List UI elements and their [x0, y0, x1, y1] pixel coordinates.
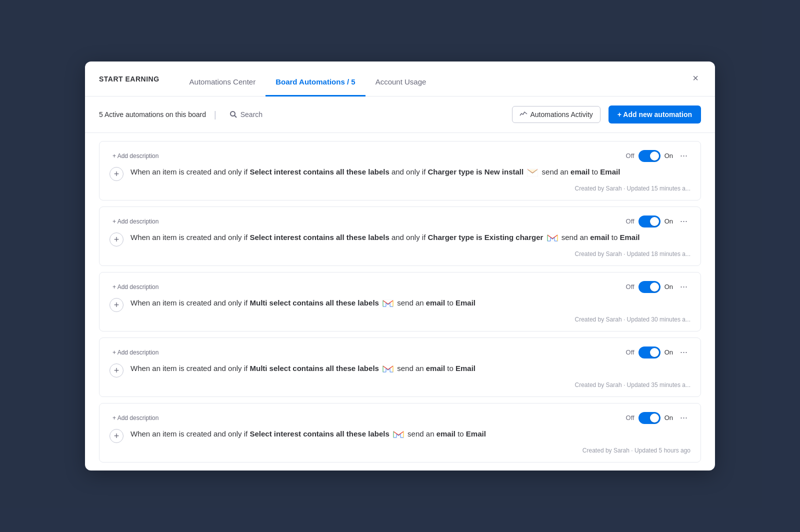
automation-card: + Add description Off On ··· + When [99, 338, 701, 397]
more-options-button[interactable]: ··· [677, 215, 690, 228]
toggle-switch[interactable] [638, 281, 660, 293]
card-body: + When an item is created and only if Se… [110, 166, 690, 181]
card-body: + When an item is created and only if Mu… [110, 297, 690, 312]
automation-card: + Add description Off On ··· + When [99, 206, 701, 266]
toggle-slider [638, 216, 660, 228]
expand-button[interactable]: + [110, 232, 124, 246]
gmail-icon [382, 365, 394, 373]
more-options-button[interactable]: ··· [677, 150, 690, 162]
automation-text: When an item is created and only if Sele… [130, 166, 690, 178]
automation-card: + Add description Off On ··· + When [99, 403, 701, 462]
toggle-off-label: Off [626, 283, 634, 290]
modal-header: START EARNING Automations Center Board A… [85, 62, 715, 96]
more-options-button[interactable]: ··· [677, 280, 690, 293]
toggle-slider [638, 346, 660, 358]
card-controls: Off On ··· [626, 215, 690, 228]
expand-button[interactable]: + [110, 429, 124, 443]
automation-card: + Add description Off On ··· + When [99, 141, 701, 200]
card-controls: Off On ··· [626, 346, 690, 358]
gmail-icon [547, 234, 558, 242]
automation-text: When an item is created and only if Mult… [130, 297, 690, 309]
expand-button[interactable]: + [110, 298, 124, 312]
card-body: + When an item is created and only if Se… [110, 428, 690, 443]
card-footer: Created by Sarah · Updated 5 hours ago [110, 447, 690, 454]
toggle-slider [638, 150, 660, 162]
svg-line-1 [234, 116, 236, 118]
automations-activity-label: Automations Activity [530, 110, 593, 118]
gmail-icon [393, 430, 404, 438]
card-controls: Off On ··· [626, 280, 690, 293]
tab-board-automations[interactable]: Board Automations / 5 [266, 72, 365, 96]
close-button[interactable]: × [688, 70, 703, 86]
automation-card: + Add description Off On ··· + When [99, 272, 701, 332]
activity-icon [520, 110, 528, 118]
card-top: + Add description Off On ··· [110, 412, 690, 424]
svg-point-0 [230, 112, 235, 116]
automation-text: When an item is created and only if Sele… [130, 232, 690, 244]
card-controls: Off On ··· [626, 412, 690, 424]
toolbar: 5 Active automations on this board | Sea… [85, 96, 715, 133]
gmail-icon [527, 168, 538, 176]
toggle-switch[interactable] [638, 346, 660, 358]
tab-account-usage[interactable]: Account Usage [366, 72, 436, 96]
card-top: + Add description Off On ··· [110, 280, 690, 293]
tab-automations-center[interactable]: Automations Center [180, 72, 266, 96]
more-options-button[interactable]: ··· [677, 346, 690, 358]
toggle-off-label: Off [626, 348, 634, 356]
search-label: Search [240, 110, 262, 118]
modal-title: START EARNING [99, 75, 160, 93]
search-button[interactable]: Search [224, 108, 268, 122]
add-description-button[interactable]: + Add description [110, 152, 162, 160]
toggle-on-label: On [664, 348, 673, 356]
toggle-on-label: On [664, 152, 673, 160]
card-top: + Add description Off On ··· [110, 346, 690, 358]
toggle-on-label: On [664, 283, 673, 290]
separator: | [214, 110, 216, 120]
tabs: Automations Center Board Automations / 5… [180, 72, 701, 96]
gmail-icon [382, 300, 394, 308]
expand-button[interactable]: + [110, 364, 124, 378]
add-description-button[interactable]: + Add description [110, 217, 162, 226]
toggle-on-label: On [664, 414, 673, 422]
toggle-slider [638, 281, 660, 293]
add-description-button[interactable]: + Add description [110, 282, 162, 292]
toggle-on-label: On [664, 218, 673, 225]
add-description-button[interactable]: + Add description [110, 348, 162, 357]
add-description-button[interactable]: + Add description [110, 414, 162, 422]
toggle-off-label: Off [626, 218, 634, 225]
search-icon [230, 110, 238, 118]
toggle-slider [638, 412, 660, 424]
toggle-switch[interactable] [638, 412, 660, 424]
card-footer: Created by Sarah · Updated 35 minutes a.… [110, 382, 690, 388]
card-body: + When an item is created and only if Se… [110, 232, 690, 246]
expand-button[interactable]: + [110, 167, 124, 181]
toggle-switch[interactable] [638, 216, 660, 228]
active-count-label: 5 Active automations on this board [99, 110, 206, 118]
card-footer: Created by Sarah · Updated 18 minutes a.… [110, 250, 690, 258]
modal-overlay: START EARNING Automations Center Board A… [0, 0, 800, 532]
toggle-off-label: Off [626, 414, 634, 422]
toggle-off-label: Off [626, 152, 634, 160]
automations-activity-button[interactable]: Automations Activity [512, 106, 600, 123]
automation-text: When an item is created and only if Mult… [130, 362, 690, 374]
card-controls: Off On ··· [626, 150, 690, 162]
automations-list: + Add description Off On ··· + When [85, 133, 715, 470]
modal: START EARNING Automations Center Board A… [85, 62, 715, 470]
more-options-button[interactable]: ··· [677, 412, 690, 424]
add-automation-button[interactable]: + Add new automation [608, 106, 701, 124]
card-footer: Created by Sarah · Updated 15 minutes a.… [110, 185, 690, 192]
card-top: + Add description Off On ··· [110, 150, 690, 162]
toggle-switch[interactable] [638, 150, 660, 162]
automation-text: When an item is created and only if Sele… [130, 428, 690, 440]
card-top: + Add description Off On ··· [110, 215, 690, 228]
card-body: + When an item is created and only if Mu… [110, 362, 690, 378]
card-footer: Created by Sarah · Updated 30 minutes a.… [110, 316, 690, 323]
